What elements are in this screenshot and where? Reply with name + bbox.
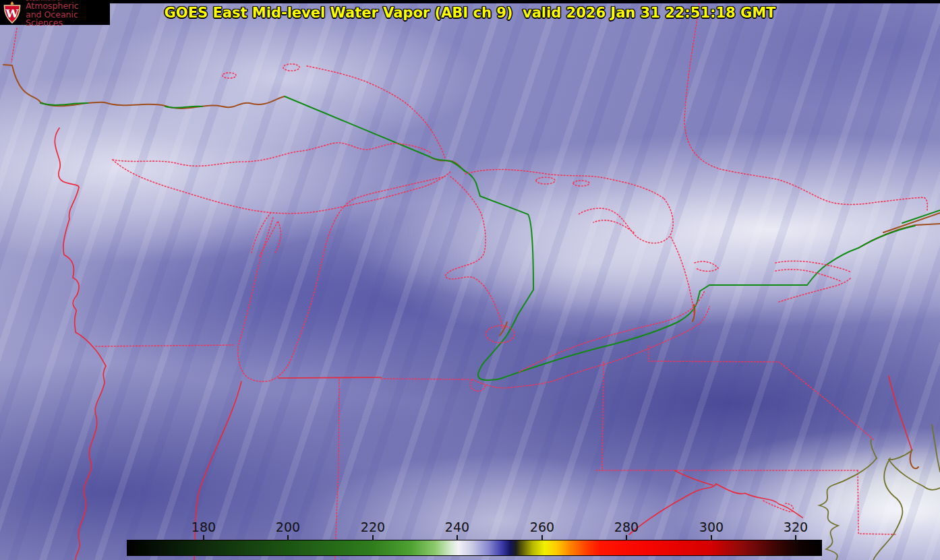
isle-royale (283, 64, 299, 71)
st-clair-border (478, 315, 518, 380)
colorbar-tick-label: 320 (774, 520, 817, 534)
newyork-newjersey-boundary (779, 362, 873, 439)
map-boundaries-overlay (0, 0, 940, 560)
chesapeake-west-shore (819, 458, 877, 560)
state-boundaries-solid-red (55, 128, 912, 560)
ontario-east-shore-1 (775, 261, 851, 272)
top-black-strip (0, 0, 940, 3)
colorbar-tick (795, 535, 796, 540)
delaware-bay-north-shore (889, 450, 912, 460)
colorbar-tick (457, 535, 458, 540)
ohio-pennsylvania-boundary (602, 362, 604, 470)
colorbar-tick-label: 180 (182, 520, 225, 534)
maryland-delaware-boundary (858, 470, 897, 534)
shoreline-brown-paths (3, 65, 940, 468)
delaware-bay-south-shore (889, 460, 940, 490)
niagara-ontario-border (700, 248, 858, 291)
colorbar-tick-label: 300 (690, 520, 733, 534)
international-border-green-paths (40, 96, 940, 380)
indiana-michigan-boundary (278, 377, 381, 378)
temperature-colorbar: 180 200 220 240 260 280 300 320 (127, 520, 822, 556)
colorbar-tick (626, 535, 627, 540)
ohio-michigan-boundary (381, 379, 470, 379)
lake-huron-border (480, 196, 533, 315)
colorbar-tick (203, 535, 204, 540)
maumee-bay (471, 379, 486, 392)
colorbar-tick (541, 535, 543, 540)
wisconsin-illinois-boundary (96, 345, 234, 346)
maryland-west-boundary (674, 470, 713, 485)
detroit-river-segment (500, 322, 507, 336)
colorbar-tick-label: 280 (605, 520, 648, 534)
new-jersey-coast (932, 425, 940, 472)
colorbar-tick (372, 535, 374, 540)
colorbar-tick-label: 220 (351, 520, 394, 534)
st-lawrence-border (858, 226, 915, 248)
ontario-quebec-border (684, 3, 927, 212)
michigan-huron-shore (446, 177, 503, 330)
susquehanna-stub (871, 439, 877, 458)
goes-satellite-viewer: W Department of Atmospheric and Oceanic … (0, 0, 940, 560)
superior-border-diagonal (285, 96, 429, 156)
chesapeake-east-shore (873, 458, 902, 560)
image-title: GOES East Mid-level Water Vapor (ABI ch … (0, 5, 940, 21)
border-right-edge (902, 210, 940, 223)
colorbar-tick-label: 240 (436, 520, 479, 534)
colorbar-tick-label: 200 (266, 520, 310, 534)
long-point (695, 261, 718, 272)
colorbar-tick (711, 535, 712, 540)
colorbar-tick (287, 535, 289, 540)
st-lawrence-river-south (883, 213, 940, 232)
manitoulin-island (536, 177, 555, 184)
hudson-shore-segment (910, 449, 918, 468)
new-york-hudson-boundary (889, 376, 912, 449)
upper-peninsula-north-shore (113, 143, 432, 166)
minnesota-border (11, 28, 17, 62)
st-joseph-island (573, 181, 589, 186)
coastlines-olive (819, 425, 940, 560)
virginia-maryland-bits (763, 501, 793, 512)
apostle-islands (223, 73, 236, 78)
huron-east-shore (671, 237, 694, 315)
ontario-east-shore-2 (775, 270, 842, 282)
newyork-pennsylvania-boundary (649, 361, 779, 362)
colorbar-gradient (127, 540, 822, 556)
lake-erie-north-shore (519, 290, 705, 372)
mississippi-river-boundary (55, 128, 106, 560)
state-boundaries-dotted (11, 3, 927, 560)
colorbar-tick-label: 260 (521, 520, 564, 534)
lake-superior-south-shore (3, 65, 285, 108)
georgian-bay-shore (579, 199, 673, 243)
north-channel-shore (465, 169, 664, 199)
